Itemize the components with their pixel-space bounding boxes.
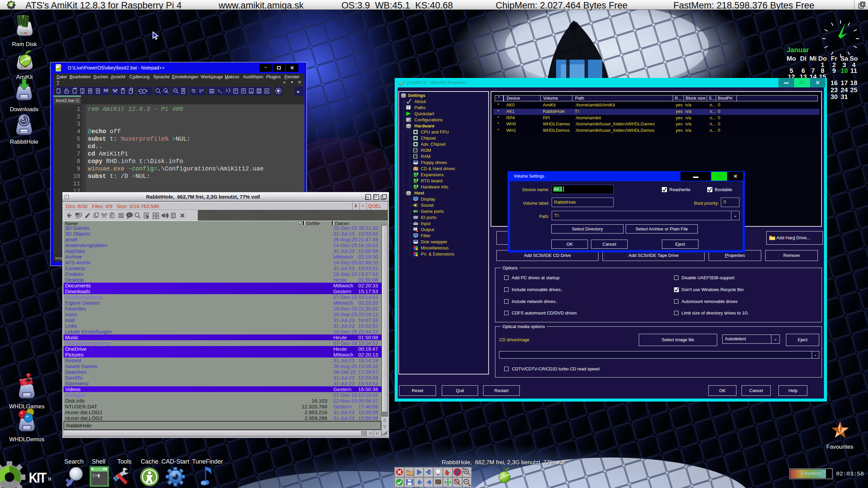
svg-text:ıı: ıı [48,476,51,482]
svg-text:KIT: KIT [29,470,47,485]
svg-text:»: » [297,88,299,94]
svg-text:1>▮: 1>▮ [92,473,100,478]
